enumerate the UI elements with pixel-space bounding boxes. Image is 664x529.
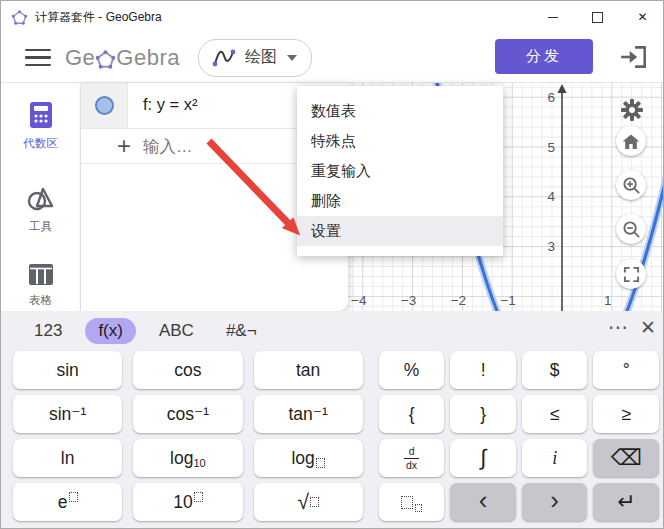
graphics-settings-button[interactable]	[617, 95, 647, 125]
svg-text:5: 5	[547, 140, 555, 155]
key-cursor-right[interactable]: ›	[522, 483, 588, 521]
sidebar-item-spreadsheet[interactable]: 表格	[1, 263, 80, 308]
window-title: 计算器套件 - GeoGebra	[35, 9, 162, 26]
key-arcsin[interactable]: sin⁻¹	[13, 395, 122, 433]
geogebra-window: 计算器套件 - GeoGebra ✕ Ge Gebra 绘图	[0, 0, 664, 529]
menu-item-delete[interactable]: 删除	[297, 186, 503, 216]
svg-text:1: 1	[604, 293, 612, 308]
close-button[interactable]: ✕	[620, 1, 664, 33]
key-sin[interactable]: sin	[13, 351, 122, 389]
key-derivative[interactable]: ddx	[379, 439, 445, 477]
svg-text:−2: −2	[451, 293, 466, 308]
key-e-power[interactable]: e	[13, 483, 122, 521]
key-sqrt[interactable]: √	[254, 483, 363, 521]
menu-item-duplicate-input[interactable]: 重复输入	[297, 156, 503, 186]
key-ten-power[interactable]: 10	[133, 483, 242, 521]
sidebar: 代数区 工具 表格	[1, 83, 81, 311]
tab-symbols[interactable]: #&¬	[217, 318, 266, 344]
menu-item-settings[interactable]: 设置	[297, 216, 503, 246]
key-log10[interactable]: log10	[133, 439, 242, 477]
logo-polygon-icon	[96, 50, 115, 69]
svg-text:−3: −3	[401, 293, 416, 308]
share-button[interactable]: 分发	[495, 39, 593, 74]
key-tan[interactable]: tan	[254, 351, 363, 389]
key-integral[interactable]: ∫	[450, 439, 516, 477]
algebra-input[interactable]: 输入…	[143, 136, 193, 158]
calculator-icon	[29, 101, 53, 129]
sidebar-item-label: 表格	[1, 293, 80, 308]
key-imaginary-unit[interactable]: i	[522, 439, 588, 477]
function-expression[interactable]: f: y = x²	[143, 95, 198, 114]
home-button[interactable]	[616, 126, 646, 156]
key-cos[interactable]: cos	[133, 351, 242, 389]
sidebar-item-label: 工具	[1, 219, 80, 234]
key-greater-equal[interactable]: ≥	[593, 395, 659, 433]
function-curve-icon	[211, 47, 237, 69]
svg-text:−4: −4	[351, 293, 367, 308]
key-open-brace[interactable]: {	[379, 395, 445, 433]
keyboard-tabs: 123 f(x) ABC #&¬ ⋯ ✕	[1, 311, 664, 351]
key-log-base[interactable]: log	[254, 439, 363, 477]
tools-icon	[27, 186, 55, 212]
key-close-brace[interactable]: }	[450, 395, 516, 433]
key-percent[interactable]: %	[379, 351, 445, 389]
key-arccos[interactable]: cos⁻¹	[133, 395, 242, 433]
menu-item-special-points[interactable]: 特殊点	[297, 126, 503, 156]
key-subscript[interactable]	[379, 483, 445, 521]
key-arctan[interactable]: tan⁻¹	[254, 395, 363, 433]
plus-icon: +	[117, 132, 131, 160]
geogebra-logo: Ge Gebra	[65, 45, 180, 71]
maximize-button[interactable]	[575, 1, 620, 33]
svg-text:3: 3	[547, 239, 555, 254]
key-cursor-left[interactable]: ‹	[450, 483, 516, 521]
keyboard-more-icon[interactable]: ⋯	[608, 315, 629, 339]
fullscreen-button[interactable]	[616, 259, 646, 289]
gear-icon	[619, 97, 645, 123]
keyboard-keys: sincostan%!$°sin⁻¹cos⁻¹tan⁻¹{}≤≥lnlog10l…	[1, 351, 664, 521]
function-visibility-toggle[interactable]	[95, 96, 114, 115]
home-icon	[621, 132, 641, 151]
app-switcher-dropdown[interactable]: 绘图	[198, 39, 312, 77]
table-icon	[28, 263, 54, 286]
svg-text:6: 6	[547, 90, 555, 105]
zoom-in-icon	[622, 176, 641, 195]
fullscreen-icon	[623, 266, 640, 283]
sidebar-item-algebra[interactable]: 代数区	[1, 101, 80, 151]
tab-abc[interactable]: ABC	[150, 318, 203, 344]
svg-text:4: 4	[547, 189, 555, 204]
key-dollar[interactable]: $	[522, 351, 588, 389]
svg-text:−1: −1	[500, 293, 515, 308]
menu-item-table-of-values[interactable]: 数值表	[297, 96, 503, 126]
key-factorial[interactable]: !	[450, 351, 516, 389]
key-ln[interactable]: ln	[13, 439, 122, 477]
context-menu: 数值表 特殊点 重复输入 删除 设置	[297, 86, 503, 256]
key-less-equal[interactable]: ≤	[522, 395, 588, 433]
tab-123[interactable]: 123	[25, 318, 71, 344]
keyboard-close-icon[interactable]: ✕	[640, 316, 656, 339]
key-backspace[interactable]: ⌫	[593, 439, 659, 477]
tab-fx[interactable]: f(x)	[85, 318, 136, 344]
sidebar-item-tools[interactable]: 工具	[1, 186, 80, 234]
visibility-marker-cell[interactable]	[81, 83, 128, 128]
sidebar-item-label: 代数区	[1, 136, 80, 151]
app-logo-icon	[12, 10, 27, 25]
mode-label: 绘图	[245, 47, 277, 68]
zoom-out-button[interactable]	[616, 214, 646, 244]
key-degree[interactable]: °	[593, 351, 659, 389]
chevron-down-icon	[287, 55, 297, 61]
titlebar: 计算器套件 - GeoGebra ✕	[1, 1, 664, 33]
key-enter[interactable]: ↵	[593, 483, 659, 521]
sign-in-icon[interactable]	[619, 43, 649, 71]
menu-icon[interactable]	[25, 49, 51, 67]
minimize-button[interactable]	[530, 1, 575, 33]
zoom-in-button[interactable]	[616, 170, 646, 200]
app-header: Ge Gebra 绘图 分发	[1, 33, 664, 83]
zoom-out-icon	[622, 220, 641, 239]
virtual-keyboard: 123 f(x) ABC #&¬ ⋯ ✕ sincostan%!$°sin⁻¹c…	[1, 311, 664, 529]
